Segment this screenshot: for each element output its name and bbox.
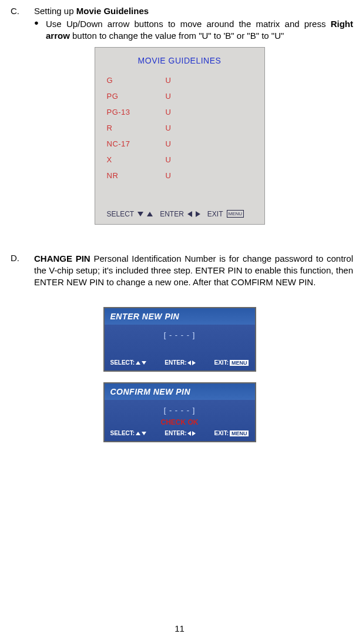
confirm-new-pin-panel: CONFIRM NEW PIN [ - - - - ] CHECK OK SEL… <box>103 382 256 442</box>
section-c-label: C. <box>6 6 34 16</box>
section-c-title: Movie Guidelines <box>76 6 149 16</box>
triangle-down-icon[interactable] <box>137 212 143 216</box>
rating-label: PG <box>107 92 166 101</box>
pin-exit-group: EXIT: MENU <box>214 430 249 436</box>
pin-panel-body: [ - - - - ] CHECK OK SELECT: ENTER: EXIT… <box>105 400 255 441</box>
exit-label: EXIT <box>207 210 223 218</box>
triangle-right-icon[interactable] <box>196 211 200 217</box>
movie-row-g[interactable]: G U <box>107 76 253 85</box>
section-d-text: CHANGE PIN Personal Identification Numbe… <box>34 253 353 289</box>
rating-label: G <box>107 76 166 85</box>
section-c-row: C. Setting up Movie Guidelines <box>6 6 353 16</box>
pin-check-label: CHECK OK <box>109 418 250 426</box>
rating-label: X <box>107 155 166 164</box>
bullet-tail: button to change the value from "U" to '… <box>70 31 284 41</box>
pin-exit-group: EXIT: MENU <box>214 359 249 366</box>
enter-label: ENTER <box>160 210 184 218</box>
rating-label: NC-17 <box>107 139 166 148</box>
pin-panel-body: [ - - - - ] SELECT: ENTER: EXIT: MENU <box>105 325 255 371</box>
triangle-left-icon[interactable] <box>187 211 192 217</box>
pin-panel-header: ENTER NEW PIN <box>105 308 255 325</box>
triangle-down-icon[interactable] <box>142 361 146 365</box>
pin-footer: SELECT: ENTER: EXIT: MENU <box>109 359 250 366</box>
rating-value: U <box>166 76 171 85</box>
pin-enter-group: ENTER: <box>165 430 196 436</box>
enter-new-pin-panel: ENTER NEW PIN [ - - - - ] SELECT: ENTER:… <box>103 307 256 372</box>
rating-label: NR <box>107 171 166 180</box>
select-label: SELECT: <box>110 430 135 436</box>
exit-label: EXIT: <box>214 359 229 366</box>
movie-row-pg13[interactable]: PG-13 U <box>107 108 253 116</box>
rating-value: U <box>166 139 171 148</box>
section-c-bullet-text: Use Up/Down arrow buttons to move around… <box>46 18 353 42</box>
movie-panel-title: MOVIE GUIDELINES <box>107 56 253 65</box>
select-label: SELECT <box>107 210 135 218</box>
bullet-part1: Use Up/Down arrow buttons to move around… <box>46 19 331 29</box>
page-number: 11 <box>0 623 359 633</box>
triangle-right-icon[interactable] <box>192 431 196 436</box>
movie-row-r[interactable]: R U <box>107 124 253 132</box>
bullet-icon: ● <box>34 18 46 42</box>
rating-label: PG-13 <box>107 108 166 116</box>
section-c-lead: Setting up <box>34 6 76 16</box>
movie-row-nc17[interactable]: NC-17 U <box>107 139 253 148</box>
pin-footer: SELECT: ENTER: EXIT: MENU <box>109 430 250 436</box>
section-d-label: D. <box>6 253 34 289</box>
enter-label: ENTER: <box>165 359 186 366</box>
menu-button[interactable]: MENU <box>230 431 249 436</box>
section-d-bold: CHANGE PIN <box>34 253 90 263</box>
triangle-left-icon[interactable] <box>187 361 191 365</box>
triangle-right-icon[interactable] <box>192 361 196 365</box>
rating-value: U <box>166 171 171 180</box>
section-c-heading: Setting up Movie Guidelines <box>34 6 353 16</box>
movie-guidelines-panel: MOVIE GUIDELINES G U PG U PG-13 U R U NC… <box>95 47 265 225</box>
rating-value: U <box>166 92 171 101</box>
section-d-row: D. CHANGE PIN Personal Identification Nu… <box>6 253 353 289</box>
exit-label: EXIT: <box>214 430 229 436</box>
section-c-bullet-row: ● Use Up/Down arrow buttons to move arou… <box>34 18 353 42</box>
movie-row-nr[interactable]: NR U <box>107 171 253 180</box>
rating-value: U <box>166 108 171 116</box>
triangle-up-icon[interactable] <box>147 212 153 216</box>
triangle-left-icon[interactable] <box>187 431 191 436</box>
triangle-up-icon[interactable] <box>136 361 140 365</box>
movie-row-pg[interactable]: PG U <box>107 92 253 101</box>
rating-label: R <box>107 124 166 132</box>
pin-select-group: SELECT: <box>110 359 147 366</box>
triangle-up-icon[interactable] <box>136 432 140 435</box>
movie-footer: SELECT ENTER EXIT MENU <box>107 210 253 218</box>
pin-select-group: SELECT: <box>110 430 147 436</box>
triangle-down-icon[interactable] <box>142 432 146 435</box>
menu-button[interactable]: MENU <box>227 210 244 218</box>
menu-button[interactable]: MENU <box>230 360 249 366</box>
enter-label: ENTER: <box>165 430 186 436</box>
pin-value-field[interactable]: [ - - - - ] <box>109 331 250 339</box>
pin-panel-header: CONFIRM NEW PIN <box>105 383 255 400</box>
rating-value: U <box>166 155 171 164</box>
page-content: C. Setting up Movie Guidelines ● Use Up/… <box>0 6 359 442</box>
pin-enter-group: ENTER: <box>165 359 196 366</box>
pin-value-field[interactable]: [ - - - - ] <box>109 406 250 415</box>
rating-value: U <box>166 124 171 132</box>
select-label: SELECT: <box>110 359 135 366</box>
movie-row-x[interactable]: X U <box>107 155 253 164</box>
